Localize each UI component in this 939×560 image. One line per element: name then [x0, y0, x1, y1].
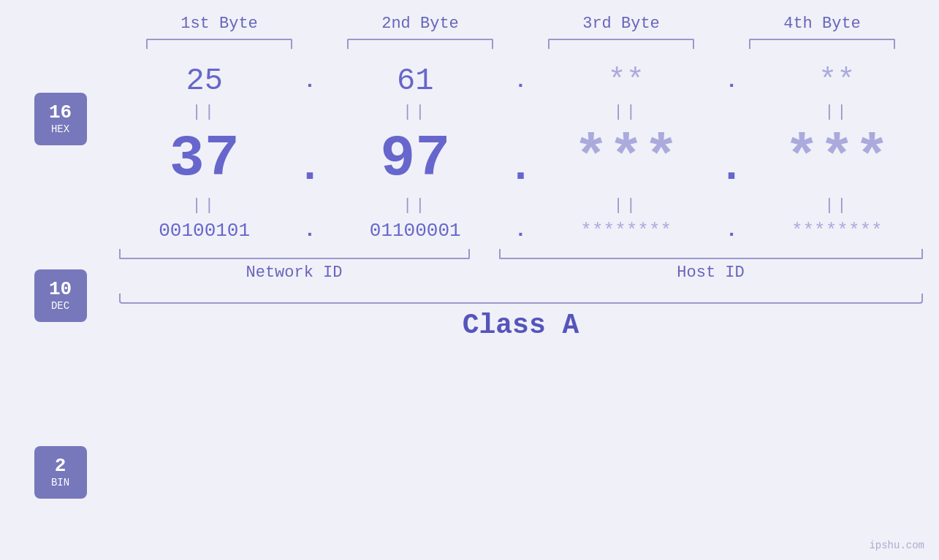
- equals-row-2: || || || ||: [119, 196, 923, 215]
- network-id-label: Network ID: [119, 264, 470, 282]
- dec-b4: ***: [756, 126, 917, 192]
- id-labels-row: Network ID Host ID: [119, 264, 923, 282]
- bottom-bracket-row: [119, 249, 923, 259]
- dot-hex-1: .: [295, 70, 324, 93]
- hex-b3: **: [546, 64, 707, 99]
- dot-dec-3: .: [717, 142, 746, 192]
- dot-hex-3: .: [717, 70, 746, 93]
- eq7: ||: [546, 196, 707, 215]
- dot-bin-2: .: [506, 219, 535, 242]
- network-id-bracket: [119, 249, 470, 259]
- bracket-b3: [548, 39, 694, 49]
- eq1: ||: [124, 103, 285, 121]
- hex-b4: **: [756, 64, 917, 99]
- byte3-header: 3rd Byte: [541, 15, 702, 33]
- eq4: ||: [756, 103, 917, 121]
- top-brackets: [119, 39, 923, 49]
- dot-dec-1: .: [295, 142, 324, 192]
- bracket-b4: [749, 39, 895, 49]
- hex-badge: 16 HEX: [34, 93, 87, 145]
- eq5: ||: [124, 196, 285, 215]
- byte-headers: 1st Byte 2nd Byte 3rd Byte 4th Byte: [119, 15, 923, 33]
- bin-badge: 2 BIN: [34, 446, 87, 499]
- big-bracket: [119, 294, 923, 304]
- bin-b4: ********: [756, 220, 917, 242]
- eq6: ||: [335, 196, 495, 215]
- hex-b1: 25: [124, 64, 285, 99]
- watermark: ipshu.com: [869, 540, 924, 551]
- bin-b2: 01100001: [335, 220, 495, 242]
- main-container: 1st Byte 2nd Byte 3rd Byte 4th Byte 16 H…: [0, 0, 939, 560]
- bin-b1: 00100101: [124, 220, 285, 242]
- byte1-header: 1st Byte: [139, 15, 300, 33]
- bin-b3: ********: [546, 220, 707, 242]
- hex-row: 25 . 61 . ** . **: [119, 64, 923, 99]
- eq2: ||: [335, 103, 495, 121]
- badge-column: 16 HEX 10 DEC 2 BIN: [17, 71, 104, 499]
- dot-bin-3: .: [717, 219, 746, 242]
- dec-b2: 97: [335, 126, 495, 192]
- eq3: ||: [546, 103, 707, 121]
- dot-hex-2: .: [506, 70, 535, 93]
- dec-badge: 10 DEC: [34, 269, 87, 322]
- byte4-header: 4th Byte: [742, 15, 902, 33]
- dot-bin-1: .: [295, 219, 324, 242]
- dot-dec-2: .: [506, 142, 535, 192]
- grid-area: 25 . 61 . ** . ** || ||: [119, 64, 923, 341]
- class-label: Class A: [119, 310, 923, 341]
- bin-row: 00100101 . 01100001 . ******** . *******…: [119, 219, 923, 242]
- equals-row-1: || || || ||: [119, 103, 923, 121]
- hex-b2: 61: [335, 64, 495, 99]
- host-id-label: Host ID: [499, 264, 923, 282]
- bracket-b1: [146, 39, 292, 49]
- dec-b1: 37: [124, 126, 285, 192]
- dec-row: 37 . 97 . *** . ***: [119, 126, 923, 192]
- byte2-header: 2nd Byte: [340, 15, 501, 33]
- eq8: ||: [756, 196, 917, 215]
- host-id-bracket: [499, 249, 923, 259]
- bracket-b2: [347, 39, 493, 49]
- dec-b3: ***: [546, 126, 707, 192]
